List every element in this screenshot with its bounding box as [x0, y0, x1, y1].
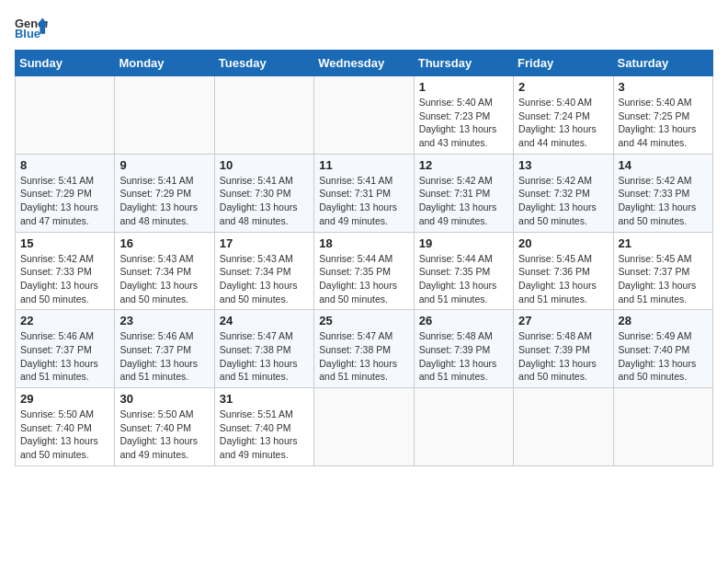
calendar-cell: 16Sunrise: 5:43 AMSunset: 7:34 PMDayligh…: [115, 232, 214, 310]
calendar-cell: 27Sunrise: 5:48 AMSunset: 7:39 PMDayligh…: [514, 310, 613, 388]
calendar-cell: 3Sunrise: 5:40 AMSunset: 7:25 PMDaylight…: [613, 76, 712, 155]
day-number: 27: [518, 314, 608, 327]
logo: General Blue: [15, 15, 48, 42]
day-info: Sunrise: 5:41 AMSunset: 7:29 PMDaylight:…: [119, 174, 209, 228]
calendar-cell: [115, 76, 214, 155]
page-header: General Blue: [15, 15, 713, 42]
calendar-cell: 2Sunrise: 5:40 AMSunset: 7:24 PMDaylight…: [514, 76, 613, 155]
day-header-sunday: Sunday: [16, 51, 115, 76]
calendar-cell: 18Sunrise: 5:44 AMSunset: 7:35 PMDayligh…: [314, 232, 414, 310]
day-info: Sunrise: 5:42 AMSunset: 7:31 PMDaylight:…: [419, 174, 508, 228]
calendar-cell: 17Sunrise: 5:43 AMSunset: 7:34 PMDayligh…: [214, 232, 313, 310]
day-info: Sunrise: 5:40 AMSunset: 7:23 PMDaylight:…: [419, 96, 508, 150]
day-info: Sunrise: 5:41 AMSunset: 7:29 PMDaylight:…: [20, 174, 109, 228]
day-info: Sunrise: 5:41 AMSunset: 7:31 PMDaylight:…: [319, 174, 408, 228]
day-number: 20: [518, 236, 608, 250]
day-number: 31: [220, 392, 309, 406]
day-info: Sunrise: 5:42 AMSunset: 7:33 PMDaylight:…: [20, 252, 109, 306]
day-number: 1: [419, 80, 508, 94]
day-info: Sunrise: 5:48 AMSunset: 7:39 PMDaylight:…: [518, 329, 608, 384]
day-info: Sunrise: 5:50 AMSunset: 7:40 PMDaylight:…: [119, 408, 209, 462]
calendar-cell: 13Sunrise: 5:42 AMSunset: 7:32 PMDayligh…: [514, 154, 613, 232]
day-number: 12: [419, 158, 508, 172]
day-info: Sunrise: 5:43 AMSunset: 7:34 PMDaylight:…: [220, 252, 309, 306]
calendar-table: SundayMondayTuesdayWednesdayThursdayFrid…: [15, 50, 713, 466]
calendar-cell: 21Sunrise: 5:45 AMSunset: 7:37 PMDayligh…: [613, 232, 712, 310]
logo-icon: General Blue: [15, 15, 48, 42]
calendar-header-row: SundayMondayTuesdayWednesdayThursdayFrid…: [16, 51, 713, 76]
day-number: 14: [619, 158, 708, 172]
calendar-cell: [314, 76, 414, 155]
day-info: Sunrise: 5:43 AMSunset: 7:34 PMDaylight:…: [119, 252, 209, 306]
day-header-wednesday: Wednesday: [314, 51, 414, 76]
week-row-4: 22Sunrise: 5:46 AMSunset: 7:37 PMDayligh…: [16, 310, 713, 388]
day-info: Sunrise: 5:47 AMSunset: 7:38 PMDaylight:…: [220, 329, 309, 384]
calendar-cell: 26Sunrise: 5:48 AMSunset: 7:39 PMDayligh…: [414, 310, 513, 388]
day-number: 10: [220, 158, 309, 172]
day-number: 3: [619, 80, 708, 94]
day-info: Sunrise: 5:45 AMSunset: 7:36 PMDaylight:…: [518, 252, 608, 306]
day-number: 16: [119, 236, 209, 250]
calendar-cell: [314, 388, 414, 466]
calendar-cell: 30Sunrise: 5:50 AMSunset: 7:40 PMDayligh…: [115, 388, 214, 466]
calendar-cell: 24Sunrise: 5:47 AMSunset: 7:38 PMDayligh…: [214, 310, 313, 388]
calendar-cell: [414, 388, 513, 466]
day-info: Sunrise: 5:50 AMSunset: 7:40 PMDaylight:…: [20, 408, 109, 462]
calendar-cell: 9Sunrise: 5:41 AMSunset: 7:29 PMDaylight…: [115, 154, 214, 232]
calendar-cell: 25Sunrise: 5:47 AMSunset: 7:38 PMDayligh…: [314, 310, 414, 388]
calendar-cell: 23Sunrise: 5:46 AMSunset: 7:37 PMDayligh…: [115, 310, 214, 388]
day-number: 19: [419, 236, 508, 250]
calendar-cell: 10Sunrise: 5:41 AMSunset: 7:30 PMDayligh…: [214, 154, 313, 232]
week-row-2: 8Sunrise: 5:41 AMSunset: 7:29 PMDaylight…: [16, 154, 713, 232]
day-number: 22: [20, 314, 109, 327]
day-info: Sunrise: 5:42 AMSunset: 7:32 PMDaylight:…: [518, 174, 608, 228]
calendar-cell: 14Sunrise: 5:42 AMSunset: 7:33 PMDayligh…: [613, 154, 712, 232]
week-row-5: 29Sunrise: 5:50 AMSunset: 7:40 PMDayligh…: [16, 388, 713, 466]
calendar-cell: 20Sunrise: 5:45 AMSunset: 7:36 PMDayligh…: [514, 232, 613, 310]
calendar-cell: [613, 388, 712, 466]
day-number: 24: [220, 314, 309, 327]
day-info: Sunrise: 5:44 AMSunset: 7:35 PMDaylight:…: [419, 252, 508, 306]
day-number: 17: [220, 236, 309, 250]
day-number: 9: [119, 158, 209, 172]
calendar-cell: 15Sunrise: 5:42 AMSunset: 7:33 PMDayligh…: [16, 232, 115, 310]
day-number: 26: [419, 314, 508, 327]
day-header-thursday: Thursday: [414, 51, 513, 76]
day-number: 2: [518, 80, 608, 94]
day-info: Sunrise: 5:49 AMSunset: 7:40 PMDaylight:…: [619, 329, 708, 384]
calendar-cell: 1Sunrise: 5:40 AMSunset: 7:23 PMDaylight…: [414, 76, 513, 155]
day-header-tuesday: Tuesday: [214, 51, 313, 76]
day-number: 13: [518, 158, 608, 172]
day-info: Sunrise: 5:46 AMSunset: 7:37 PMDaylight:…: [20, 329, 109, 384]
calendar-cell: [214, 76, 313, 155]
day-number: 18: [319, 236, 408, 250]
day-info: Sunrise: 5:40 AMSunset: 7:25 PMDaylight:…: [619, 96, 708, 150]
calendar-cell: 29Sunrise: 5:50 AMSunset: 7:40 PMDayligh…: [16, 388, 115, 466]
day-info: Sunrise: 5:47 AMSunset: 7:38 PMDaylight:…: [319, 329, 408, 384]
calendar-cell: 11Sunrise: 5:41 AMSunset: 7:31 PMDayligh…: [314, 154, 414, 232]
calendar-cell: [16, 76, 115, 155]
day-info: Sunrise: 5:48 AMSunset: 7:39 PMDaylight:…: [419, 329, 508, 384]
day-number: 28: [619, 314, 708, 327]
day-number: 8: [20, 158, 109, 172]
day-number: 23: [119, 314, 209, 327]
day-number: 30: [119, 392, 209, 406]
day-info: Sunrise: 5:46 AMSunset: 7:37 PMDaylight:…: [119, 329, 209, 384]
day-number: 25: [319, 314, 408, 327]
day-info: Sunrise: 5:42 AMSunset: 7:33 PMDaylight:…: [619, 174, 708, 228]
calendar-cell: 12Sunrise: 5:42 AMSunset: 7:31 PMDayligh…: [414, 154, 513, 232]
day-header-monday: Monday: [115, 51, 214, 76]
week-row-1: 1Sunrise: 5:40 AMSunset: 7:23 PMDaylight…: [16, 76, 713, 155]
day-info: Sunrise: 5:51 AMSunset: 7:40 PMDaylight:…: [220, 408, 309, 462]
day-header-friday: Friday: [514, 51, 613, 76]
calendar-cell: [514, 388, 613, 466]
day-number: 29: [20, 392, 109, 406]
day-info: Sunrise: 5:41 AMSunset: 7:30 PMDaylight:…: [220, 174, 309, 228]
calendar-cell: 31Sunrise: 5:51 AMSunset: 7:40 PMDayligh…: [214, 388, 313, 466]
week-row-3: 15Sunrise: 5:42 AMSunset: 7:33 PMDayligh…: [16, 232, 713, 310]
day-number: 11: [319, 158, 408, 172]
day-info: Sunrise: 5:40 AMSunset: 7:24 PMDaylight:…: [518, 96, 608, 150]
calendar-cell: 19Sunrise: 5:44 AMSunset: 7:35 PMDayligh…: [414, 232, 513, 310]
calendar-cell: 22Sunrise: 5:46 AMSunset: 7:37 PMDayligh…: [16, 310, 115, 388]
day-info: Sunrise: 5:44 AMSunset: 7:35 PMDaylight:…: [319, 252, 408, 306]
